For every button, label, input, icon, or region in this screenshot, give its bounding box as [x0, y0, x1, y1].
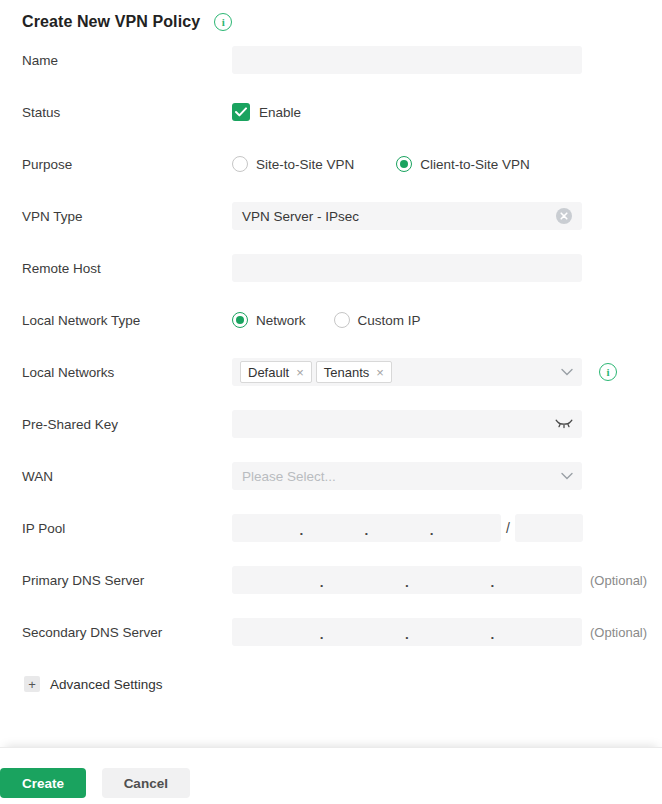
wan-row: WAN Please Select...	[0, 450, 662, 502]
ip-pool-row: IP Pool . . . /	[0, 502, 662, 554]
create-button[interactable]: Create	[0, 768, 86, 798]
name-label: Name	[22, 53, 232, 68]
secondary-dns-row: Secondary DNS Server . . . (Optional)	[0, 606, 662, 658]
plus-icon[interactable]: +	[24, 676, 40, 692]
radio-label: Network	[256, 313, 306, 328]
ip-dot: .	[365, 523, 369, 538]
secondary-dns-field: . . .	[232, 618, 582, 646]
clear-circle-icon[interactable]	[555, 207, 573, 225]
ip-octet-input[interactable]	[238, 566, 320, 594]
ip-pool-label: IP Pool	[22, 521, 232, 536]
ip-octet-input[interactable]	[368, 514, 429, 542]
ip-octet-input[interactable]	[494, 618, 576, 646]
name-input[interactable]	[232, 46, 582, 74]
wan-label: WAN	[22, 469, 232, 484]
purpose-row: Purpose Site-to-Site VPN Client-to-Site …	[0, 138, 662, 190]
local-network-type-label: Local Network Type	[22, 313, 232, 328]
create-vpn-policy-dialog: Create New VPN Policy i Name Status Enab…	[0, 0, 662, 804]
dialog-footer: Create Cancel	[0, 747, 662, 804]
ip-dot: .	[491, 575, 495, 590]
checkmark-icon	[235, 107, 247, 117]
remote-host-input[interactable]	[232, 254, 582, 282]
ip-pool-prefix-field	[515, 514, 583, 542]
ip-octet-input[interactable]	[434, 514, 495, 542]
radio-icon	[232, 156, 248, 172]
vpn-type-value: VPN Server - IPsec	[232, 209, 582, 224]
tag-default: Default ×	[240, 361, 312, 383]
advanced-settings-row[interactable]: + Advanced Settings	[0, 658, 662, 710]
ip-octet-input[interactable]	[238, 514, 299, 542]
vpn-type-select[interactable]: VPN Server - IPsec	[232, 202, 582, 230]
remote-host-row: Remote Host	[0, 242, 662, 294]
primary-dns-row: Primary DNS Server . . . (Optional)	[0, 554, 662, 606]
ip-octet-input[interactable]	[303, 514, 364, 542]
ip-octet-input[interactable]	[323, 566, 405, 594]
remote-host-label: Remote Host	[22, 261, 232, 276]
pre-shared-key-row: Pre-Shared Key	[0, 398, 662, 450]
chevron-down-icon[interactable]	[561, 368, 573, 376]
wan-select[interactable]: Please Select...	[232, 462, 582, 490]
prefix-input[interactable]	[515, 514, 583, 542]
info-icon[interactable]: i	[599, 363, 617, 381]
local-networks-row: Local Networks Default × Tenants × i	[0, 346, 662, 398]
status-row: Status Enable	[0, 86, 662, 138]
tag-label: Default	[248, 365, 289, 380]
eye-closed-icon[interactable]	[555, 417, 573, 431]
dialog-header: Create New VPN Policy i	[0, 0, 662, 34]
ip-octet-input[interactable]	[409, 566, 491, 594]
vpn-policy-form: Name Status Enable Purpose Site-to-Site …	[0, 34, 662, 710]
local-networks-label: Local Networks	[22, 365, 232, 380]
chevron-down-icon[interactable]	[561, 472, 573, 480]
ip-dot: .	[320, 575, 324, 590]
enable-label: Enable	[259, 105, 301, 120]
primary-dns-field: . . .	[232, 566, 582, 594]
info-icon[interactable]: i	[214, 13, 232, 31]
page-title: Create New VPN Policy	[22, 13, 200, 31]
enable-checkbox[interactable]	[232, 103, 250, 121]
purpose-label: Purpose	[22, 157, 232, 172]
ip-dot: .	[491, 627, 495, 642]
radio-option-site-to-site[interactable]: Site-to-Site VPN	[232, 156, 354, 172]
name-row: Name	[0, 34, 662, 86]
cancel-button[interactable]: Cancel	[102, 768, 190, 798]
pre-shared-key-input[interactable]	[232, 410, 582, 438]
radio-option-custom-ip[interactable]: Custom IP	[334, 312, 421, 328]
radio-icon	[334, 312, 350, 328]
radio-label: Client-to-Site VPN	[420, 157, 530, 172]
ip-dot: .	[320, 627, 324, 642]
tag-label: Tenants	[324, 365, 370, 380]
optional-note: (Optional)	[590, 573, 647, 588]
ip-dot: .	[405, 575, 409, 590]
radio-label: Site-to-Site VPN	[256, 157, 354, 172]
radio-icon	[232, 312, 248, 328]
pre-shared-key-field	[232, 410, 582, 438]
wan-placeholder: Please Select...	[232, 469, 582, 484]
primary-dns-label: Primary DNS Server	[22, 573, 232, 588]
radio-label: Custom IP	[358, 313, 421, 328]
vpn-type-label: VPN Type	[22, 209, 232, 224]
advanced-settings-label: Advanced Settings	[50, 677, 163, 692]
local-networks-multiselect[interactable]: Default × Tenants ×	[232, 358, 582, 386]
vpn-type-row: VPN Type VPN Server - IPsec	[0, 190, 662, 242]
local-network-type-row: Local Network Type Network Custom IP	[0, 294, 662, 346]
ip-pool-address-field: . . .	[232, 514, 501, 542]
ip-octet-input[interactable]	[494, 566, 576, 594]
radio-icon	[396, 156, 412, 172]
tag-tenants: Tenants ×	[316, 361, 392, 383]
ip-octet-input[interactable]	[409, 618, 491, 646]
ip-dot: .	[299, 523, 303, 538]
status-label: Status	[22, 105, 232, 120]
ip-octet-input[interactable]	[238, 618, 320, 646]
remove-icon[interactable]: ×	[296, 366, 304, 379]
radio-option-network[interactable]: Network	[232, 312, 306, 328]
radio-option-client-to-site[interactable]: Client-to-Site VPN	[396, 156, 530, 172]
ip-octet-input[interactable]	[323, 618, 405, 646]
ip-dot: .	[405, 627, 409, 642]
optional-note: (Optional)	[590, 625, 647, 640]
remote-host-field	[232, 254, 582, 282]
secondary-dns-label: Secondary DNS Server	[22, 625, 232, 640]
name-field	[232, 46, 582, 74]
pre-shared-key-label: Pre-Shared Key	[22, 417, 232, 432]
cidr-slash: /	[506, 520, 510, 536]
remove-icon[interactable]: ×	[376, 366, 384, 379]
